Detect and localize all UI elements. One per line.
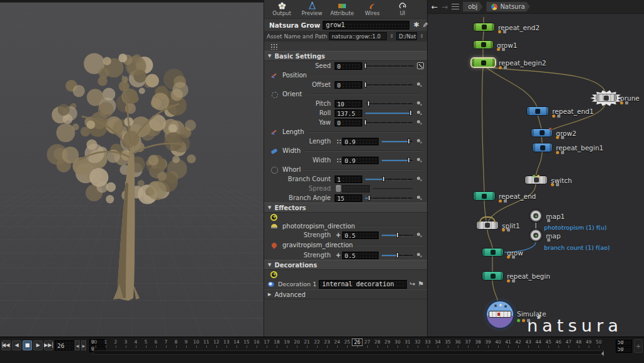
- grav-strength-input[interactable]: 0.5: [342, 252, 379, 259]
- tab-ui[interactable]: UI: [389, 1, 416, 18]
- prev-frame-button[interactable]: ◀: [75, 340, 80, 350]
- asset-path-dropdown[interactable]: D:/Natura/Plastic/src/too...: [396, 32, 417, 40]
- network-canvas[interactable]: repeat_end2grow1repeat_begin2prunerepeat…: [428, 14, 644, 337]
- next-frame-button[interactable]: ▶: [81, 340, 86, 350]
- ladder-icon[interactable]: [416, 138, 424, 145]
- section-basic-settings[interactable]: ▼Basic Settings: [264, 51, 427, 61]
- ladder-icon[interactable]: [416, 176, 424, 183]
- ladder-icon[interactable]: [416, 109, 424, 117]
- network-node-repeat_end2[interactable]: [474, 23, 494, 31]
- network-node-Simulate[interactable]: [487, 301, 513, 328]
- play-button[interactable]: ▶: [33, 340, 43, 350]
- seed-input[interactable]: 0: [335, 62, 362, 70]
- network-node-grow2[interactable]: [531, 129, 552, 137]
- ladder-icon[interactable]: [416, 157, 424, 164]
- tab-wires[interactable]: Wires: [358, 1, 386, 18]
- yaw-slider[interactable]: [365, 118, 413, 126]
- roll-input[interactable]: 137.5: [335, 109, 362, 117]
- network-node-repeat_begin2[interactable]: [472, 59, 495, 67]
- node-badges-repeat_begin2: [499, 66, 507, 69]
- range-end-input[interactable]: [616, 340, 632, 346]
- photo-strength-slider[interactable]: [382, 231, 413, 239]
- decoration-input[interactable]: [319, 280, 407, 289]
- tab-output[interactable]: Output: [268, 1, 296, 18]
- section-advanced[interactable]: ▶Advanced: [264, 289, 427, 299]
- pitch-slider[interactable]: [365, 99, 413, 108]
- spread-input[interactable]: [342, 185, 370, 193]
- asset-definition-dropdown[interactable]: natsura::grow::1.0: [329, 32, 387, 40]
- network-node-grow1[interactable]: [474, 41, 493, 48]
- yaw-input[interactable]: 0: [335, 119, 362, 126]
- network-node-grow[interactable]: [482, 249, 503, 256]
- spinner-icon[interactable]: ⇕: [419, 33, 425, 39]
- length-input[interactable]: 0.9: [342, 138, 379, 145]
- play-reverse-button[interactable]: ◀: [12, 340, 21, 350]
- ladder-icon[interactable]: [416, 100, 424, 108]
- plus-icon[interactable]: +: [335, 232, 342, 238]
- ladder-icon[interactable]: [416, 119, 424, 126]
- node-name-input[interactable]: [323, 21, 409, 30]
- plus-icon[interactable]: +: [335, 252, 342, 259]
- section-decorations[interactable]: ▼Decorations: [264, 260, 427, 270]
- roll-slider[interactable]: [365, 109, 413, 117]
- dice-icon[interactable]: [417, 62, 424, 69]
- network-node-map[interactable]: [530, 229, 542, 242]
- network-node-prune[interactable]: [596, 94, 616, 101]
- add-range-button[interactable]: +: [634, 339, 643, 353]
- breadcrumb-natsura[interactable]: Natsura: [486, 2, 530, 12]
- add-decoration-icon[interactable]: [270, 271, 277, 278]
- seed-slider[interactable]: [365, 62, 414, 70]
- offset-input[interactable]: 0: [335, 81, 362, 89]
- breadcrumb-obj[interactable]: obj: [463, 2, 482, 12]
- gear-star-icon[interactable]: ✱: [413, 21, 419, 28]
- width-input[interactable]: 0.9: [342, 157, 379, 164]
- clear-tree-icon[interactable]: ⚑: [418, 280, 424, 288]
- node-list-icon[interactable]: [452, 4, 459, 10]
- grav-strength-slider[interactable]: [382, 251, 413, 259]
- ladder-icon[interactable]: [416, 232, 424, 239]
- range-end2-input[interactable]: [616, 347, 632, 353]
- ladder-icon[interactable]: [416, 81, 424, 89]
- ruler-tick: 3: [125, 339, 128, 345]
- spinner-icon[interactable]: ⇕: [389, 33, 394, 39]
- section-effectors[interactable]: ▼Effectors: [264, 203, 427, 213]
- current-frame-input[interactable]: [55, 340, 74, 350]
- branch-angle-input[interactable]: 15: [335, 194, 362, 202]
- tab-preview[interactable]: Preview: [298, 1, 326, 18]
- go-to-end-button[interactable]: ▶▶|: [44, 340, 53, 350]
- viewport-3d[interactable]: [0, 0, 264, 337]
- network-node-repeat_end[interactable]: [474, 192, 495, 200]
- stop-button[interactable]: ■: [23, 340, 32, 350]
- network-node-switch[interactable]: [525, 176, 547, 184]
- nav-forward-icon[interactable]: →: [441, 3, 448, 11]
- width-slider[interactable]: [382, 156, 413, 164]
- drag-handle-row[interactable]: [264, 42, 427, 51]
- nav-back-icon[interactable]: ←: [431, 3, 438, 11]
- go-to-start-button[interactable]: |◀◀: [1, 340, 11, 350]
- add-effector-icon[interactable]: [270, 214, 277, 221]
- playback-range-bar[interactable]: [93, 350, 604, 355]
- ladder-icon[interactable]: [416, 194, 424, 202]
- ruler-tick: 40: [495, 339, 501, 345]
- multiparm-icon[interactable]: [336, 158, 341, 162]
- branch-count-input[interactable]: 1: [335, 176, 362, 183]
- length-slider[interactable]: [382, 137, 413, 145]
- offset-slider[interactable]: [365, 81, 413, 89]
- tab-attribute[interactable]: Attribute: [328, 1, 356, 18]
- timeline-ruler[interactable]: 0123456789101112131415161718192021222324…: [93, 338, 604, 357]
- network-node-repeat_end1[interactable]: [527, 107, 548, 115]
- branch-count-slider[interactable]: [365, 175, 413, 183]
- visibility-icon[interactable]: [267, 281, 275, 288]
- network-pane[interactable]: ← → obj Natsura repeat_end2grow1repeat_b…: [428, 0, 644, 337]
- jump-arrow-icon[interactable]: ↪: [409, 280, 415, 288]
- multiparm-icon[interactable]: [336, 139, 341, 143]
- network-node-map1[interactable]: [530, 209, 542, 222]
- network-node-repeat_begin1[interactable]: [533, 143, 552, 152]
- spread-slider[interactable]: [373, 184, 413, 193]
- pitch-input[interactable]: 10: [335, 100, 362, 108]
- branch-angle-slider[interactable]: [365, 194, 413, 202]
- network-node-repeat_begin[interactable]: [482, 272, 503, 280]
- playhead[interactable]: 26: [352, 338, 363, 346]
- ladder-icon[interactable]: [416, 252, 424, 259]
- photo-strength-input[interactable]: 0.5: [342, 232, 379, 239]
